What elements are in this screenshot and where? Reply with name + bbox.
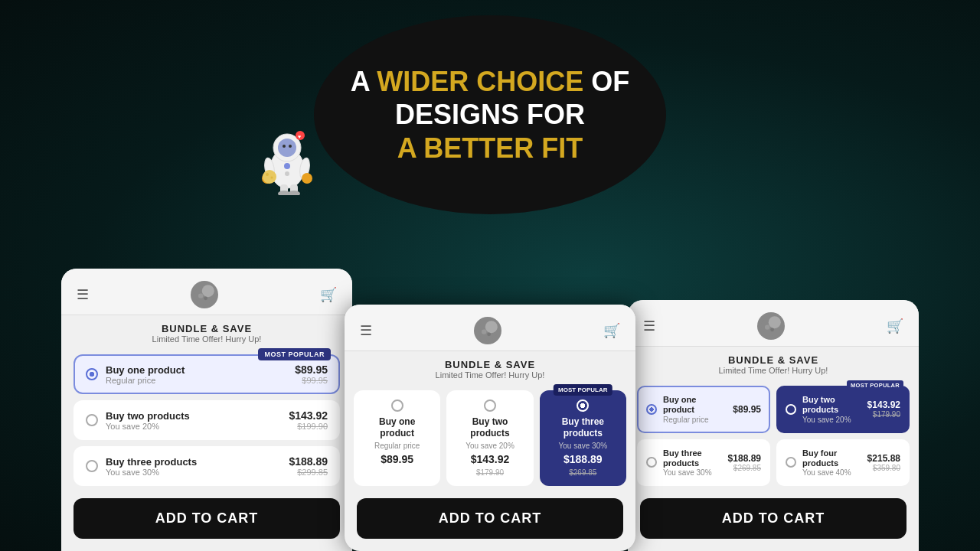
option-sub-left-1: Regular price [106,376,287,385]
logo-right [757,312,785,340]
option-name-left-2: Buy two products [106,410,281,422]
svg-point-23 [204,296,207,300]
option-left-2[interactable]: Buy two products You save 20% $143.92 $1… [74,400,340,440]
bundle-subtitle-center: Limited Time Offer! Hurry Up! [360,370,620,380]
logo-left [191,281,218,308]
bundle-header-right: BUNDLE & SAVE Limited Time Offer! Hurry … [628,346,919,380]
grid-sub-right-4: You save 40% [802,468,861,477]
add-to-cart-left[interactable]: ADD TO CART [74,498,340,539]
radio-right-3[interactable] [646,457,657,468]
astronaut-icon: ♥ [253,119,322,195]
card-orig-center-2: $179.90 [476,468,504,477]
card-left-nav: ☰ 🛒 [61,269,352,315]
grid-price-right-1: $89.95 [733,404,761,415]
add-to-cart-right[interactable]: ADD TO CART [640,498,906,539]
logo-center [474,317,501,344]
radio-left-2[interactable] [86,414,98,426]
card-sub-center-2: You save 20% [466,442,514,450]
cart-icon-center[interactable]: 🛒 [603,322,620,339]
grid-name-right-4: Buy four products [802,448,861,468]
grid-name-right-3: Buy three products [663,448,722,468]
option-center-3[interactable]: MOST POPULAR Buy three products You save… [540,390,626,486]
add-to-cart-center[interactable]: ADD TO CART [357,498,623,539]
orig-left-3: $299.85 [289,468,328,477]
cart-icon-left[interactable]: 🛒 [320,286,337,303]
option-sub-left-2: You save 20% [106,422,281,431]
svg-point-11 [263,170,276,184]
option-center-2[interactable]: Buy two products You save 20% $143.92 $1… [446,390,533,486]
option-label-left-2: Buy two products You save 20% [106,410,281,431]
card-price-center-1: $89.95 [381,453,413,465]
svg-text:♥: ♥ [298,134,301,139]
option-price-left-1: $89.95 $99.95 [295,364,328,385]
popular-badge-center: MOST POPULAR [554,384,612,396]
menu-icon-right[interactable]: ☰ [643,318,655,334]
radio-right-1[interactable] [646,404,657,415]
card-right-nav: ☰ 🛒 [628,300,919,346]
card-right: ☰ 🛒 BUNDLE & SAVE Limited Time Offer! Hu… [628,300,919,551]
option-label-left-3: Buy three products You save 30% [106,456,281,477]
option-right-4[interactable]: Buy four products You save 40% $215.88 $… [776,439,910,486]
option-center-1[interactable]: Buy one product Regular price $89.95 [354,390,440,486]
radio-right-2[interactable] [786,404,796,415]
radio-center-3[interactable] [577,399,589,412]
options-left: MOST POPULAR Buy one product Regular pri… [61,348,352,492]
svg-point-10 [302,173,312,184]
svg-point-4 [289,145,292,148]
grid-label-right-2: Buy two products You save 20% [802,395,861,423]
bundle-header-left: BUNDLE & SAVE Limited Time Offer! Hurry … [61,315,352,348]
grid-price-right-3: $188.89 [728,453,761,464]
option-price-left-2: $143.92 $199.90 [289,409,328,431]
grid-sub-right-3: You save 30% [663,468,722,477]
option-name-left-1: Buy one product [106,364,287,376]
grid-name-right-1: Buy one product [663,395,727,415]
svg-point-19 [285,171,289,176]
options-center: Buy one product Regular price $89.95 Buy… [345,384,635,492]
svg-point-17 [288,191,300,195]
radio-right-4[interactable] [786,457,796,468]
option-label-left-1: Buy one product Regular price [106,364,287,385]
svg-point-27 [487,333,491,337]
bundle-title-left: BUNDLE & SAVE [77,323,337,334]
grid-price-right-4: $215.88 [867,453,900,464]
svg-point-22 [198,293,203,298]
options-right: Buy one product Regular price $89.95 MOS… [628,380,919,492]
svg-point-12 [266,173,269,176]
card-title-center-1: Buy one product [361,416,433,439]
cards-container: ☰ 🛒 BUNDLE & SAVE Limited Time Offer! Hu… [0,269,980,551]
hero-section: A WIDER CHOICE OF DESIGNS FOR A BETTER F… [0,0,980,214]
option-sub-left-3: You save 30% [106,468,281,477]
card-price-center-2: $143.92 [471,453,510,465]
hero-line1-suffix: OF [583,66,629,97]
grid-label-right-3: Buy three products You save 30% [663,448,722,477]
svg-point-29 [769,316,781,328]
svg-point-3 [283,145,286,148]
menu-icon-center[interactable]: ☰ [360,322,372,339]
grid-sub-right-2: You save 20% [802,416,861,424]
grid-price-right-2: $143.92 [867,399,900,410]
radio-center-2[interactable] [484,399,496,412]
svg-point-30 [765,325,769,330]
menu-icon-left[interactable]: ☰ [77,286,89,303]
bundle-subtitle-left: Limited Time Offer! Hurry Up! [77,334,337,344]
option-right-2[interactable]: MOST POPULAR Buy two products You save 2… [776,386,910,432]
svg-point-26 [482,330,486,334]
popular-badge-right: MOST POPULAR [847,380,903,390]
orig-left-1: $99.95 [295,376,328,385]
radio-left-3[interactable] [86,460,98,472]
radio-left-1[interactable] [86,368,98,380]
option-right-1[interactable]: Buy one product Regular price $89.95 [637,386,770,432]
grid-orig-right-2: $179.90 [867,410,900,419]
card-price-center-3: $188.89 [564,453,603,465]
option-left-3[interactable]: Buy three products You save 30% $188.89 … [74,446,340,486]
price-left-2: $143.92 [289,409,328,422]
hero-line2: DESIGNS FOR [351,98,630,131]
svg-point-2 [278,139,296,157]
cart-icon-right[interactable]: 🛒 [887,318,903,334]
option-right-3[interactable]: Buy three products You save 30% $188.89 … [637,439,770,486]
radio-center-1[interactable] [391,399,403,412]
option-left-1[interactable]: MOST POPULAR Buy one product Regular pri… [74,354,340,394]
grid-price-col-right-4: $215.88 $359.80 [867,453,900,472]
grid-orig-right-4: $359.80 [867,464,900,472]
grid-orig-right-3: $269.85 [728,464,761,472]
